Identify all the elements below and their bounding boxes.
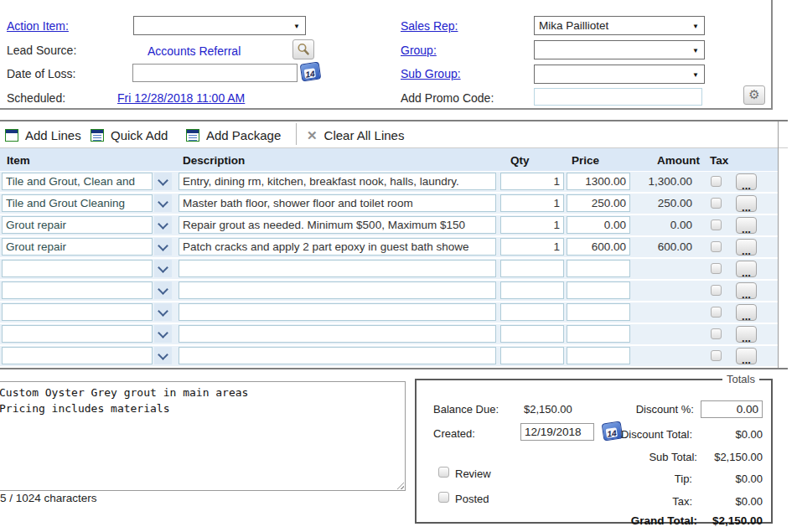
tax-checkbox[interactable]	[711, 328, 722, 339]
created-label: Created:	[433, 427, 475, 440]
description-input[interactable]	[179, 260, 496, 277]
row-options-button[interactable]: ...	[736, 261, 757, 277]
item-input[interactable]	[2, 347, 153, 364]
tax-checkbox[interactable]	[711, 285, 722, 296]
price-input[interactable]	[567, 260, 630, 277]
sub-group-label-link[interactable]: Sub Group:	[401, 67, 461, 80]
price-input[interactable]	[567, 325, 630, 343]
sales-rep-select[interactable]: Mika Pailliotet ▼	[534, 16, 705, 35]
tax-checkbox[interactable]	[711, 241, 722, 252]
item-dropdown-chevron-icon[interactable]	[154, 238, 172, 256]
tax-checkbox[interactable]	[711, 263, 722, 274]
price-input[interactable]	[567, 347, 630, 364]
item-dropdown-chevron-icon[interactable]	[154, 325, 172, 343]
discount-pct-input[interactable]	[701, 400, 763, 418]
column-header-qty: Qty	[510, 154, 530, 167]
qty-input[interactable]	[500, 173, 564, 190]
row-options-button[interactable]: ...	[736, 239, 757, 256]
price-input[interactable]	[567, 281, 630, 299]
description-input[interactable]	[179, 303, 496, 321]
clear-all-lines-button[interactable]: ✕ Clear All Lines	[307, 124, 404, 146]
search-icon	[297, 43, 310, 56]
quick-add-button[interactable]: Quick Add	[91, 124, 168, 146]
sub-total-value: $2,150.00	[701, 451, 763, 463]
item-input[interactable]	[2, 194, 153, 212]
item-input[interactable]	[2, 216, 153, 234]
item-input[interactable]	[2, 173, 153, 190]
item-input[interactable]	[2, 303, 153, 321]
toolbar-divider	[296, 123, 297, 145]
item-input[interactable]	[2, 260, 153, 277]
qty-input[interactable]	[500, 281, 564, 299]
row-options-button[interactable]: ...	[736, 217, 757, 234]
row-options-button[interactable]: ...	[736, 173, 757, 190]
qty-input[interactable]	[500, 303, 564, 321]
row-options-button[interactable]: ...	[736, 195, 757, 212]
item-dropdown-chevron-icon[interactable]	[154, 303, 172, 321]
date-of-loss-input[interactable]	[132, 64, 298, 82]
qty-input[interactable]	[500, 216, 564, 234]
qty-input[interactable]	[500, 260, 564, 277]
description-input[interactable]	[179, 173, 496, 190]
discount-total-label: Discount Total:	[621, 428, 692, 441]
table-row: 600.00 ...	[0, 237, 778, 257]
price-input[interactable]	[567, 173, 630, 190]
row-options-button[interactable]: ...	[736, 348, 757, 364]
action-item-label-link[interactable]: Action Item:	[7, 19, 69, 33]
price-input[interactable]	[567, 194, 630, 212]
qty-input[interactable]	[500, 194, 564, 212]
sub-total-row: Sub Total: $2,150.00	[528, 451, 763, 463]
quick-add-icon	[91, 129, 104, 142]
qty-input[interactable]	[500, 347, 564, 364]
item-dropdown-chevron-icon[interactable]	[154, 347, 172, 364]
table-row: 0.00 ...	[0, 215, 778, 235]
clear-x-icon: ✕	[307, 129, 318, 142]
action-item-select[interactable]: ▼	[133, 16, 306, 35]
posted-checkbox[interactable]	[438, 492, 449, 503]
price-input[interactable]	[567, 238, 630, 256]
qty-input[interactable]	[500, 238, 564, 256]
promo-code-input[interactable]	[534, 88, 702, 106]
review-checkbox[interactable]	[438, 467, 449, 478]
date-of-loss-calendar-icon[interactable]: 14	[300, 62, 322, 82]
item-input[interactable]	[2, 281, 153, 299]
item-dropdown-chevron-icon[interactable]	[154, 194, 172, 212]
row-options-button[interactable]: ...	[736, 282, 757, 299]
lead-source-lookup-button[interactable]	[292, 39, 314, 59]
notes-textarea[interactable]	[0, 381, 406, 491]
item-dropdown-chevron-icon[interactable]	[154, 173, 172, 190]
description-input[interactable]	[179, 194, 496, 212]
row-options-button[interactable]: ...	[736, 304, 757, 321]
tax-checkbox[interactable]	[711, 198, 722, 209]
description-input[interactable]	[179, 216, 496, 234]
price-input[interactable]	[567, 216, 630, 234]
description-input[interactable]	[179, 347, 496, 364]
group-select[interactable]: ▼	[534, 40, 705, 59]
item-input[interactable]	[2, 325, 153, 343]
add-package-button[interactable]: Add Package	[186, 124, 281, 146]
description-input[interactable]	[179, 325, 496, 343]
group-label-link[interactable]: Group:	[401, 44, 437, 57]
tax-checkbox[interactable]	[711, 307, 722, 318]
description-input[interactable]	[179, 238, 496, 256]
lead-source-link[interactable]: Accounts Referral	[147, 44, 241, 58]
sales-rep-label-link[interactable]: Sales Rep:	[401, 19, 458, 33]
review-label: Review	[455, 467, 491, 480]
item-dropdown-chevron-icon[interactable]	[154, 260, 172, 277]
tax-checkbox[interactable]	[711, 220, 722, 230]
table-row: ...	[0, 346, 778, 366]
scheduled-link[interactable]: Fri 12/28/2018 11:00 AM	[117, 91, 245, 105]
totals-legend: Totals	[722, 373, 759, 385]
row-options-button[interactable]: ...	[736, 326, 757, 343]
promo-settings-button[interactable]: ⚙	[743, 85, 765, 105]
item-input[interactable]	[2, 238, 153, 256]
item-dropdown-chevron-icon[interactable]	[154, 281, 172, 299]
add-lines-button[interactable]: Add Lines	[5, 124, 81, 146]
description-input[interactable]	[179, 281, 496, 299]
tax-checkbox[interactable]	[711, 176, 722, 187]
price-input[interactable]	[567, 303, 630, 321]
item-dropdown-chevron-icon[interactable]	[154, 216, 172, 234]
qty-input[interactable]	[500, 325, 564, 343]
sub-group-select[interactable]: ▼	[534, 65, 705, 84]
tax-checkbox[interactable]	[711, 350, 722, 361]
